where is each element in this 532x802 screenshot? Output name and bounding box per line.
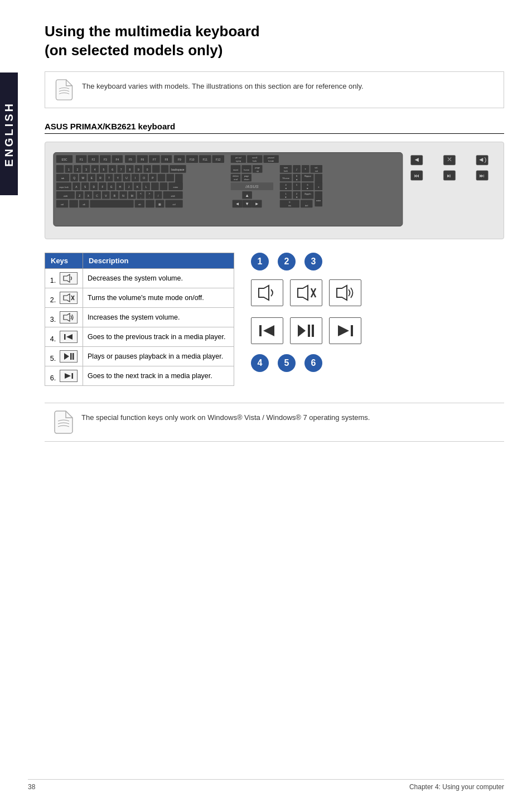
svg-text:+: + <box>318 186 320 189</box>
svg-text:prt sc/: prt sc/ <box>235 156 242 159</box>
key-icon-next <box>60 370 78 382</box>
svg-rect-234 <box>64 334 66 340</box>
svg-text:O: O <box>143 177 145 180</box>
side-tab-label: ENGLISH <box>3 102 16 167</box>
section-title: ASUS PRIMAX/KB2621 keyboard <box>45 122 504 134</box>
svg-text:page: page <box>244 175 249 177</box>
svg-rect-238 <box>72 353 74 360</box>
svg-text:F1: F1 <box>80 158 83 161</box>
svg-text:cut: cut <box>315 169 318 172</box>
svg-text:◄): ◄) <box>478 156 487 163</box>
circle-5: 5 <box>278 354 296 372</box>
svg-rect-239 <box>72 373 74 379</box>
row-desc-3: Increases the system volume. <box>83 307 234 327</box>
svg-marker-242 <box>298 286 308 300</box>
svg-text:F2: F2 <box>91 158 95 161</box>
note-box-1: The keyboard varies with models. The ill… <box>45 71 504 108</box>
key-icon-prev <box>60 331 78 343</box>
svg-marker-247 <box>263 325 274 336</box>
svg-rect-197 <box>90 200 133 207</box>
svg-text:ESC: ESC <box>61 158 67 161</box>
table-row: 4. Goes to the previous track in a media… <box>45 327 234 346</box>
table-row: 5. Plays or pauses playback in a media p… <box>45 346 234 366</box>
svg-text:sysrq: sysrq <box>236 160 241 162</box>
svg-text:scroll: scroll <box>252 156 257 159</box>
row-num-2: 2. <box>45 288 83 307</box>
diagram-icon-mute <box>290 279 322 306</box>
svg-text:▲: ▲ <box>245 192 249 197</box>
keyboard-svg: ESC F1 F2 F3 F4 F5 F6 F7 F8 F9 F10 F11 F… <box>51 149 498 230</box>
svg-marker-235 <box>66 334 72 340</box>
svg-marker-252 <box>338 325 349 336</box>
circle-6: 6 <box>304 354 322 372</box>
svg-text:I: I <box>135 177 136 180</box>
svg-text:B: B <box>114 194 115 197</box>
svg-rect-194 <box>69 200 78 207</box>
svg-marker-245 <box>337 286 347 300</box>
svg-text:6: 6 <box>112 168 113 171</box>
svg-text:home: home <box>244 168 249 171</box>
diagram-icon-vol-up <box>329 279 361 306</box>
svg-text:9: 9 <box>138 168 139 171</box>
svg-text:end: end <box>234 178 238 181</box>
svg-text:delete: delete <box>233 175 239 177</box>
svg-text:L: L <box>146 186 147 189</box>
keys-table: Keys Description 1. Decreases the system… <box>45 253 234 386</box>
svg-text:enter: enter <box>173 186 179 189</box>
row-desc-6: Goes to the next track in a media player… <box>83 366 234 385</box>
note-text-1: The keyboard varies with models. The ill… <box>82 79 364 90</box>
row-num-5: 5. <box>45 346 83 366</box>
svg-rect-251 <box>351 325 353 336</box>
svg-marker-233 <box>64 313 70 321</box>
svg-rect-250 <box>312 325 314 337</box>
svg-text:.: . <box>306 201 307 204</box>
svg-rect-237 <box>70 353 72 360</box>
svg-text:W: W <box>81 177 84 180</box>
table-row: 2. Turns the volume's mute mode on/off. <box>45 288 234 307</box>
svg-text:pause/: pause/ <box>268 156 275 159</box>
svg-text:G: G <box>110 186 113 189</box>
svg-rect-57 <box>152 165 160 173</box>
svg-text:ctrl: ctrl <box>61 203 64 206</box>
note-icon-1 <box>54 79 74 101</box>
note-box-2: The special function keys only work on W… <box>45 403 504 442</box>
svg-text:lock: lock <box>253 160 257 162</box>
svg-text:del: del <box>305 204 308 207</box>
svg-text:F7: F7 <box>153 158 156 161</box>
circle-3: 3 <box>304 253 322 270</box>
footer-page-num: 38 <box>28 783 35 791</box>
svg-text:D: D <box>93 186 95 189</box>
svg-text:caps lock: caps lock <box>59 186 68 189</box>
col-keys: Keys <box>45 253 83 268</box>
circle-4: 4 <box>251 354 269 372</box>
svg-text:✕: ✕ <box>447 156 452 163</box>
svg-text:0: 0 <box>147 168 148 171</box>
svg-text:T: T <box>108 177 110 180</box>
svg-text:►: ► <box>307 187 309 190</box>
svg-rect-200 <box>146 200 154 207</box>
svg-text:⏭: ⏭ <box>480 173 485 178</box>
svg-text:◄: ◄ <box>235 201 240 206</box>
svg-text:backspace: backspace <box>171 168 185 171</box>
svg-text:P: P <box>152 177 153 180</box>
svg-text:U: U <box>125 177 128 180</box>
svg-text:<: < <box>140 192 142 195</box>
diagram-icon-next <box>329 317 361 344</box>
svg-marker-229 <box>64 274 70 282</box>
svg-rect-246 <box>259 325 262 336</box>
svg-marker-248 <box>298 325 306 337</box>
table-row: 1. Decreases the system volume. <box>45 268 234 288</box>
svg-text:2: 2 <box>296 192 297 195</box>
svg-text:1: 1 <box>68 168 70 171</box>
svg-text:4: 4 <box>94 168 96 171</box>
svg-text:3/pgdn: 3/pgdn <box>304 192 311 195</box>
svg-text:page: page <box>255 166 260 168</box>
svg-text:enter: enter <box>316 199 322 201</box>
key-icon-vol-up <box>60 311 78 323</box>
note-text-2: The special function keys only work on W… <box>81 410 370 422</box>
svg-text:,: , <box>141 195 141 198</box>
svg-rect-249 <box>308 325 310 337</box>
svg-text:F3: F3 <box>104 158 107 161</box>
svg-text:F8: F8 <box>165 158 168 161</box>
svg-text:break: break <box>268 160 274 162</box>
